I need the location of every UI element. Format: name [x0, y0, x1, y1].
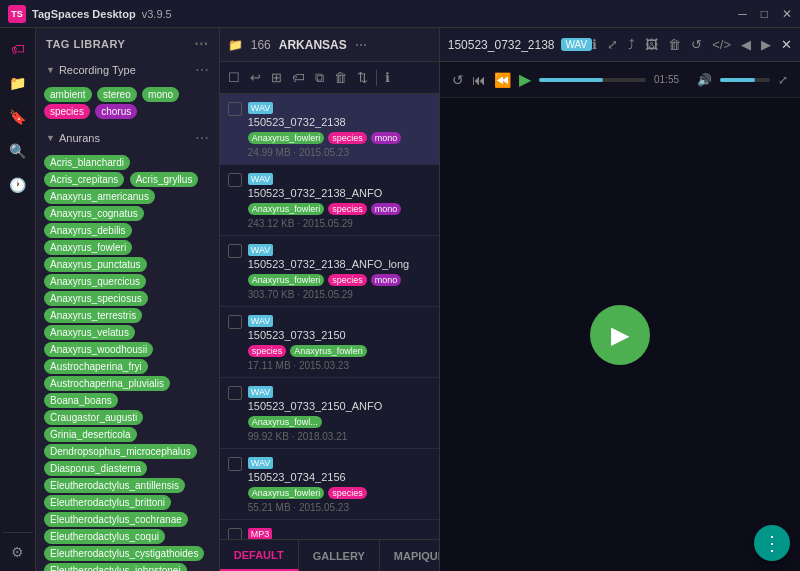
file-item-2[interactable]: WAV 150523_0732_2138_ANFO_long Anaxyrus_…	[220, 236, 439, 307]
anurans-header[interactable]: ▼ Anurans ⋯	[36, 126, 219, 150]
tag-austrochaperina-pluvialis[interactable]: Austrochaperina_pluvialis	[44, 376, 170, 391]
file-item-3[interactable]: WAV 150523_0733_2150 species Anaxyrus_fo…	[220, 307, 439, 378]
tag-btn[interactable]: 🏷	[290, 68, 307, 87]
player-volume-bar[interactable]	[720, 78, 770, 82]
tag-anaxyrus-debilis[interactable]: Anaxyrus_debilis	[44, 223, 132, 238]
file-tag-1-1[interactable]: species	[328, 203, 367, 215]
back-btn[interactable]: ↩	[248, 68, 263, 87]
search-icon-btn[interactable]: 🔍	[3, 136, 33, 166]
tab-default[interactable]: DEFAULT	[220, 540, 299, 571]
file-tag-0-1[interactable]: species	[328, 132, 367, 144]
tag-boana-boans[interactable]: Boana_boans	[44, 393, 118, 408]
player-info-btn[interactable]: ℹ	[592, 37, 597, 52]
tag-eleutherodactylus-johnstonei[interactable]: Eleutherodactylus_johnstonei	[44, 563, 187, 571]
player-prev-btn[interactable]: ◀	[741, 37, 751, 52]
grid-view-btn[interactable]: ⊞	[269, 68, 284, 87]
file-tag-2-0[interactable]: Anaxyrus_fowleri	[248, 274, 325, 286]
tag-anaxyrus-americanus[interactable]: Anaxyrus_americanus	[44, 189, 155, 204]
tag-anaxyrus-speciosus[interactable]: Anaxyrus_speciosus	[44, 291, 148, 306]
tag-anaxyrus-cognatus[interactable]: Anaxyrus_cognatus	[44, 206, 144, 221]
player-next-btn[interactable]: ▶	[761, 37, 771, 52]
fab-button[interactable]: ⋮	[754, 525, 790, 561]
tag-chorus[interactable]: chorus	[95, 104, 137, 119]
player-play-pause-btn[interactable]: ▶	[519, 70, 531, 89]
tag-species[interactable]: species	[44, 104, 90, 119]
recording-type-menu-btn[interactable]: ⋯	[195, 62, 209, 78]
file-checkbox-3[interactable]	[228, 315, 242, 329]
sort-btn[interactable]: ⇅	[355, 68, 370, 87]
file-tag-0-0[interactable]: Anaxyrus_fowleri	[248, 132, 325, 144]
bookmark-icon-btn[interactable]: 🔖	[3, 102, 33, 132]
tag-eleutherodactylus-coqui[interactable]: Eleutherodactylus_coqui	[44, 529, 165, 544]
tag-library-menu-btn[interactable]: ⋯	[194, 36, 209, 52]
tag-anaxyrus-fowleri[interactable]: Anaxyrus_fowleri	[44, 240, 132, 255]
settings-icon-btn[interactable]: ⚙	[3, 537, 33, 567]
tab-mapique[interactable]: MAPIQUE	[380, 540, 440, 571]
file-checkbox-4[interactable]	[228, 386, 242, 400]
tag-eleutherodactylus-cystigathoides[interactable]: Eleutherodactylus_cystigathoides	[44, 546, 204, 561]
minimize-button[interactable]: ─	[738, 7, 747, 21]
select-all-btn[interactable]: ☐	[226, 68, 242, 87]
trash-btn[interactable]: 🗑	[332, 68, 349, 87]
maximize-button[interactable]: □	[761, 7, 768, 21]
file-checkbox-1[interactable]	[228, 173, 242, 187]
tag-mono[interactable]: mono	[142, 87, 179, 102]
tag-anaxyrus-velatus[interactable]: Anaxyrus_velatus	[44, 325, 135, 340]
file-tag-3-1[interactable]: Anaxyrus_fowleri	[290, 345, 367, 357]
anurans-menu-btn[interactable]: ⋯	[195, 130, 209, 146]
file-tag-1-0[interactable]: Anaxyrus_fowleri	[248, 203, 325, 215]
tag-eleutherodactylus-brittoni[interactable]: Eleutherodactylus_brittoni	[44, 495, 171, 510]
tag-diasporus-diastema[interactable]: Diasporus_diastema	[44, 461, 147, 476]
recording-type-header[interactable]: ▼ Recording Type ⋯	[36, 58, 219, 82]
tab-gallery[interactable]: GALLERY	[299, 540, 380, 571]
player-fullscreen-btn[interactable]: ⤢	[778, 73, 788, 87]
player-expand-btn[interactable]: ⤢	[607, 37, 618, 52]
tag-ambient[interactable]: ambient	[44, 87, 92, 102]
file-tag-2-1[interactable]: species	[328, 274, 367, 286]
tag-anaxyrus-quercicus[interactable]: Anaxyrus_quercicus	[44, 274, 146, 289]
folder-icon-btn[interactable]: 📁	[3, 68, 33, 98]
file-checkbox-5[interactable]	[228, 457, 242, 471]
tag-acris-blanchardi[interactable]: Acris_blanchardi	[44, 155, 130, 170]
player-progress-bar[interactable]	[539, 78, 646, 82]
player-prev-track-btn[interactable]: ⏪	[494, 72, 511, 88]
recent-icon-btn[interactable]: 🕐	[3, 170, 33, 200]
copy-btn[interactable]: ⧉	[313, 68, 326, 88]
tag-craugastor-augusti[interactable]: Craugastor_augusti	[44, 410, 143, 425]
close-button[interactable]: ✕	[782, 7, 792, 21]
info-btn[interactable]: ℹ	[383, 68, 392, 87]
tag-acris-gryllus[interactable]: Acris_gryllus	[130, 172, 199, 187]
tags-icon-btn[interactable]: 🏷	[3, 34, 33, 64]
player-big-play-btn[interactable]: ▶	[590, 305, 650, 365]
player-volume-icon[interactable]: 🔊	[697, 73, 712, 87]
tag-anaxyrus-woodhousii[interactable]: Anaxyrus_woodhousii	[44, 342, 153, 357]
player-image-btn[interactable]: 🖼	[645, 37, 658, 52]
file-tag-2-2[interactable]: mono	[371, 274, 402, 286]
location-menu-icon[interactable]: ⋯	[355, 38, 367, 52]
tag-dendropsophus-micro[interactable]: Dendropsophus_microcephalus	[44, 444, 197, 459]
file-checkbox-2[interactable]	[228, 244, 242, 258]
file-tag-1-2[interactable]: mono	[371, 203, 402, 215]
player-loop-btn[interactable]: ↺	[452, 72, 464, 88]
player-rewind-btn[interactable]: ⏮	[472, 72, 486, 88]
file-item-5[interactable]: WAV 150523_0734_2156 Anaxyrus_fowleri sp…	[220, 449, 439, 520]
file-item-1[interactable]: WAV 150523_0732_2138_ANFO Anaxyrus_fowle…	[220, 165, 439, 236]
player-code-btn[interactable]: </>	[712, 37, 731, 52]
tag-eleutherodactylus-cochranae[interactable]: Eleutherodactylus_cochranae	[44, 512, 188, 527]
tag-anaxyrus-punctatus[interactable]: Anaxyrus_punctatus	[44, 257, 147, 272]
tag-austrochaperina-fryi[interactable]: Austrochaperina_fryi	[44, 359, 148, 374]
file-checkbox-0[interactable]	[228, 102, 242, 116]
tag-anaxyrus-terrestris[interactable]: Anaxyrus_terrestris	[44, 308, 142, 323]
file-tag-4-0[interactable]: Anaxyrus_fowl...	[248, 416, 322, 428]
player-delete-btn[interactable]: 🗑	[668, 37, 681, 52]
tag-acris-crepitans[interactable]: Acris_crepitans	[44, 172, 124, 187]
tag-stereo[interactable]: stereo	[97, 87, 137, 102]
file-tag-0-2[interactable]: mono	[371, 132, 402, 144]
file-item-0[interactable]: WAV 150523_0732_2138 Anaxyrus_fowleri sp…	[220, 94, 439, 165]
player-close-btn[interactable]: ✕	[781, 37, 792, 52]
file-tag-5-1[interactable]: species	[328, 487, 367, 499]
tag-grinia-deserticola[interactable]: Grinia_deserticola	[44, 427, 137, 442]
file-tag-3-0[interactable]: species	[248, 345, 287, 357]
tag-eleutherodactylus-antillensis[interactable]: Eleutherodactylus_antillensis	[44, 478, 185, 493]
file-item-4[interactable]: WAV 150523_0733_2150_ANFO Anaxyrus_fowl.…	[220, 378, 439, 449]
